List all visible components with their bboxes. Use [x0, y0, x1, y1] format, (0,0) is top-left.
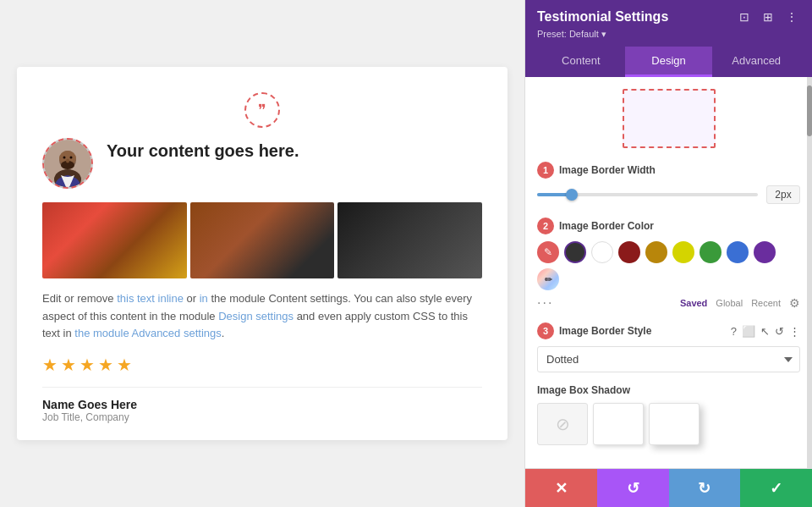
link-in[interactable]: in	[200, 292, 208, 305]
image-box-shadow-label: Image Box Shadow	[537, 384, 800, 396]
dots-button[interactable]: ···	[537, 295, 553, 311]
save-button[interactable]: ✓	[740, 469, 812, 507]
scroll-thumb	[807, 85, 812, 136]
slider-row: 2px	[537, 185, 800, 204]
border-style-dropdown[interactable]: Dotted Solid Dashed Double None	[537, 346, 800, 372]
badge-3: 3	[537, 322, 554, 339]
slider-value[interactable]: 2px	[766, 185, 800, 204]
testimonial-header: Your content goes here.	[42, 138, 482, 189]
image-border-color-label: 2 Image Border Color	[537, 218, 800, 234]
panel-toolbar: ✕ ↺ ↻ ✓	[525, 468, 812, 507]
star-4: ★	[98, 355, 113, 375]
panel-preset[interactable]: Preset: Default ▾	[537, 29, 800, 40]
star-3: ★	[80, 355, 95, 375]
global-link[interactable]: Global	[716, 298, 743, 308]
image-grid	[42, 202, 482, 278]
border-preview-container	[537, 89, 800, 148]
image-border-style-section: 3 Image Border Style ? ⬜ ↖ ↺ ⋮ Dotted So…	[537, 322, 800, 384]
swatch-blue[interactable]	[727, 241, 749, 263]
panel-title-row: Testimonial Settings ⊡ ⊞ ⋮	[537, 8, 800, 25]
panel-scroll[interactable]: 1 Image Border Width 2px 2 Image Border …	[525, 77, 812, 468]
image-1	[42, 202, 187, 278]
bs-tablet-icon[interactable]: ⬜	[742, 325, 755, 338]
box-shadow-previews: ⊘	[537, 403, 800, 445]
svg-point-5	[63, 156, 66, 158]
heading-container: Your content goes here.	[107, 138, 299, 161]
bs-cursor-icon[interactable]: ↖	[760, 325, 770, 338]
star-5: ★	[117, 355, 132, 375]
author-section: Name Goes Here Job Title, Company	[42, 387, 482, 423]
testimonial-card: ❞	[17, 67, 508, 440]
preview-area: ❞	[0, 0, 524, 507]
shadow-1[interactable]	[593, 403, 644, 445]
swatch-green[interactable]	[700, 241, 721, 263]
image-box-shadow-section: Image Box Shadow ⊘	[537, 384, 800, 445]
badge-1: 1	[537, 162, 554, 179]
svg-point-6	[70, 156, 73, 158]
image-border-color-section: 2 Image Border Color ✎ ✏ ··· Saved Glob	[537, 218, 800, 311]
panel-icon-grid[interactable]: ⊞	[760, 8, 776, 25]
no-shadow-icon: ⊘	[556, 414, 570, 434]
color-action-links: Saved Global Recent ⚙	[680, 296, 800, 310]
border-preview-box	[623, 89, 716, 148]
description-text: Edit or remove this text inline or in th…	[42, 290, 482, 343]
tab-content[interactable]: Content	[537, 47, 625, 77]
bs-reset-icon[interactable]: ↺	[775, 325, 784, 338]
swatch-purple[interactable]	[754, 241, 776, 263]
star-1: ★	[42, 355, 58, 375]
panel-icons: ⊡ ⊞ ⋮	[736, 8, 800, 25]
color-swatches: ✎ ✏	[537, 241, 800, 290]
avatar	[42, 138, 93, 189]
recent-link[interactable]: Recent	[751, 298, 781, 308]
svg-point-7	[66, 158, 69, 163]
panel-icon-more[interactable]: ⋮	[783, 8, 800, 25]
image-border-width-label: 1 Image Border Width	[537, 162, 800, 179]
settings-panel: Testimonial Settings ⊡ ⊞ ⋮ Preset: Defau…	[524, 0, 812, 507]
link-advanced[interactable]: the module Advanced settings	[74, 327, 221, 339]
slider-thumb[interactable]	[566, 189, 578, 201]
border-style-row: 3 Image Border Style ? ⬜ ↖ ↺ ⋮	[537, 322, 800, 339]
content-heading: Your content goes here.	[107, 141, 299, 161]
saved-link[interactable]: Saved	[680, 298, 707, 308]
shadow-none[interactable]: ⊘	[537, 403, 588, 445]
bs-help-icon[interactable]: ?	[731, 325, 737, 338]
border-style-icons: ? ⬜ ↖ ↺ ⋮	[731, 325, 800, 338]
eyedropper-button[interactable]: ✎	[537, 241, 559, 263]
scroll-indicator	[807, 77, 812, 468]
image-border-style-label: 3 Image Border Style	[537, 322, 651, 339]
quote-icon: ❞	[244, 92, 280, 128]
panel-tabs: Content Design Advanced	[537, 47, 800, 77]
badge-2: 2	[537, 218, 554, 234]
swatch-dark-red[interactable]	[618, 241, 640, 263]
panel-title: Testimonial Settings	[537, 9, 668, 25]
panel-icon-expand[interactable]: ⊡	[736, 8, 753, 25]
swatch-yellow[interactable]	[672, 241, 694, 263]
color-settings-icon[interactable]: ⚙	[789, 296, 800, 310]
tab-design[interactable]: Design	[625, 47, 713, 77]
cancel-button[interactable]: ✕	[525, 469, 597, 507]
bs-more-icon[interactable]: ⋮	[789, 325, 800, 338]
image-border-width-section: 1 Image Border Width 2px	[537, 162, 800, 204]
color-row-actions: ··· Saved Global Recent ⚙	[537, 295, 800, 311]
image-2	[190, 202, 335, 278]
link-inline[interactable]: this text inline	[117, 292, 184, 305]
redo-button[interactable]: ↻	[669, 469, 741, 507]
reset-button[interactable]: ↺	[597, 469, 669, 507]
quote-icon-container: ❞	[42, 92, 482, 128]
star-rating: ★ ★ ★ ★ ★	[42, 355, 482, 375]
swatch-white[interactable]	[591, 241, 613, 263]
panel-header: Testimonial Settings ⊡ ⊞ ⋮ Preset: Defau…	[525, 0, 812, 77]
link-design[interactable]: Design settings	[218, 310, 294, 322]
slider-track[interactable]	[537, 193, 758, 196]
image-3	[337, 202, 482, 278]
tab-advanced[interactable]: Advanced	[712, 47, 800, 77]
swatch-black[interactable]	[564, 241, 586, 263]
author-name: Name Goes Here	[42, 398, 482, 411]
swatch-dark-yellow[interactable]	[645, 241, 667, 263]
shadow-2[interactable]	[649, 403, 700, 445]
star-2: ★	[61, 355, 76, 375]
author-title: Job Title, Company	[42, 411, 482, 423]
color-pencil-button[interactable]: ✏	[537, 268, 559, 290]
